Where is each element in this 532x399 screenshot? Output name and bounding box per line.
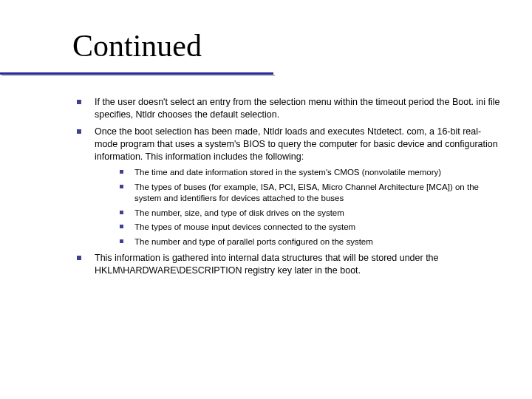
title-underline-shadow <box>1 75 275 76</box>
bullet-list: If the user doesn't select an entry from… <box>74 96 502 277</box>
list-item: Once the boot selection has been made, N… <box>74 126 502 248</box>
bullet-text: If the user doesn't select an entry from… <box>95 97 500 120</box>
slide: Continued If the user doesn't select an … <box>0 0 532 399</box>
list-item: The number and type of parallel ports co… <box>117 236 502 248</box>
slide-content: If the user doesn't select an entry from… <box>74 96 502 282</box>
title-underline <box>0 72 273 75</box>
list-item: The types of buses (for example, ISA, PC… <box>117 182 502 205</box>
list-item: The time and date information stored in … <box>117 167 502 179</box>
bullet-text: The number, size, and type of disk drive… <box>134 208 344 217</box>
bullet-text: The types of mouse input devices connect… <box>134 222 355 231</box>
sub-bullet-list: The time and date information stored in … <box>95 167 502 248</box>
bullet-text: The number and type of parallel ports co… <box>134 237 373 246</box>
list-item: This information is gathered into intern… <box>74 252 502 277</box>
bullet-text: Once the boot selection has been made, N… <box>95 126 498 162</box>
list-item: The number, size, and type of disk drive… <box>117 208 502 219</box>
bullet-text: This information is gathered into intern… <box>95 253 439 276</box>
slide-title: Continued <box>72 28 202 64</box>
list-item: The types of mouse input devices connect… <box>117 222 502 233</box>
bullet-text: The time and date information stored in … <box>134 168 441 177</box>
list-item: If the user doesn't select an entry from… <box>74 96 502 121</box>
bullet-text: The types of buses (for example, ISA, PC… <box>134 183 479 203</box>
